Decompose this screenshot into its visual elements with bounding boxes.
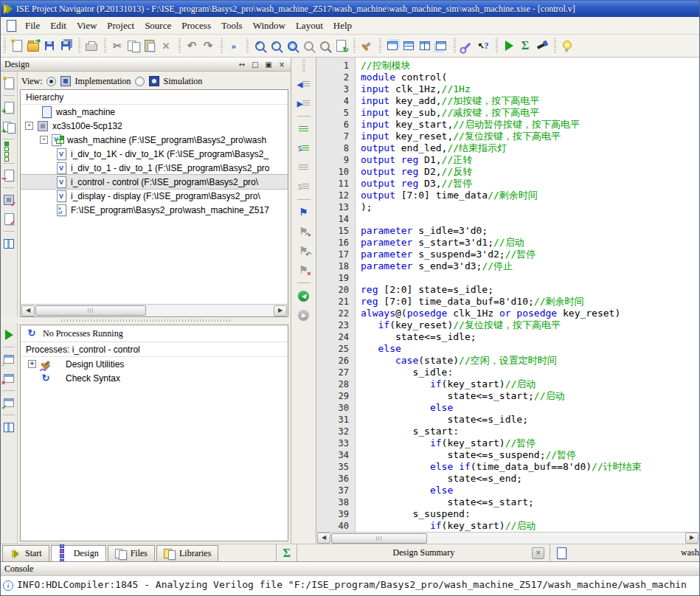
save-all-icon[interactable] (58, 38, 74, 54)
float-panel-button[interactable]: ↔ (237, 60, 247, 69)
nav-forward-icon[interactable]: ▶ (296, 307, 312, 323)
toolbar-handle[interactable] (302, 60, 305, 72)
code-line-4[interactable]: 4input key_add,//加按键，按下高电平 (316, 95, 699, 107)
editor-hscrollbar[interactable]: ◀ ▶ (316, 532, 699, 544)
code-line-36[interactable]: 36 state<=s_end; (316, 473, 699, 485)
implementation-radio[interactable] (46, 77, 56, 86)
undo-gray-icon[interactable]: 5 (296, 179, 312, 195)
paste-icon[interactable] (142, 38, 158, 54)
code-line-18[interactable]: 18parameter s_end=3'd3;//停止 (316, 260, 699, 272)
whats-this-icon[interactable]: ↖? (475, 38, 491, 54)
code-line-14[interactable]: 14 (316, 213, 699, 225)
new-source-icon[interactable]: ✶ (1, 75, 17, 91)
doc-check-icon[interactable]: ✓ (1, 211, 17, 227)
code-line-30[interactable]: 30 else (316, 402, 699, 414)
proc-down-icon[interactable]: ↓ (1, 351, 17, 367)
tab-files[interactable]: Files (108, 545, 155, 561)
code-line-37[interactable]: 37 else (316, 485, 699, 496)
scroll-left-button[interactable]: ◀ (317, 533, 330, 544)
hierarchy-item-i_display[interactable]: Vi_display - display (F:\ISE_program\Bas… (21, 189, 288, 203)
save-icon[interactable] (41, 38, 58, 54)
code-line-9[interactable]: 9output reg D1,//正转 (316, 154, 699, 166)
menu-edit[interactable]: Edit (45, 18, 72, 33)
process-item-design-utilities[interactable]: +Design Utilities (21, 357, 288, 371)
new-icon[interactable]: ✶ (9, 38, 25, 54)
code-line-8[interactable]: 8output end_led,//结束指示灯 (316, 142, 699, 154)
code-line-2[interactable]: 2module control( (316, 72, 699, 83)
maximize-panel-button[interactable]: □ (250, 60, 260, 69)
goto-prev-icon[interactable]: ◀ (296, 76, 312, 92)
tab-libraries[interactable]: Libraries (156, 545, 218, 561)
report-doc-tab[interactable] (550, 544, 572, 561)
code-line-35[interactable]: 35 else if(time_data_buf==8'd0)//计时结束 (316, 461, 699, 473)
code-line-33[interactable]: 33 if(key_start)//暂停 (316, 437, 699, 449)
bookmark-clear-icon[interactable]: ⚑× (296, 262, 312, 278)
menu-file[interactable]: File (20, 18, 45, 33)
code-line-23[interactable]: 23 if(key_reset)//复位按键，按下高电平 (316, 319, 699, 331)
code-line-22[interactable]: 22always@(posedge clk_1Hz or posedge key… (316, 308, 699, 319)
code-line-24[interactable]: 24 state<=s_idle; (316, 331, 699, 343)
hierarchy-item-i_div_to_1[interactable]: Vi_div_to_1 - div_to_1 (F:\ISE_program\B… (21, 161, 288, 175)
menu-window[interactable]: Window (248, 18, 291, 33)
code-line-38[interactable]: 38 state<=s_start; (316, 496, 699, 508)
zoom-off-icon[interactable] (300, 38, 316, 54)
summary-sigma-tab[interactable]: Σ (276, 544, 297, 561)
bookmark-next-icon[interactable]: ⚑↷ (296, 224, 312, 240)
code-line-13[interactable]: 13); (316, 201, 699, 213)
code-line-32[interactable]: 32 s_start: (316, 426, 699, 437)
tab-start[interactable]: Start (2, 545, 49, 561)
chip-check-icon[interactable]: ✓ (1, 192, 17, 208)
hierarchy-item-wash_machine[interactable]: wash_machine (21, 105, 288, 119)
instantiate-icon[interactable] (1, 143, 17, 159)
restore-win-icon[interactable] (433, 38, 449, 54)
expand-box[interactable]: + (28, 360, 36, 368)
cascade-icon[interactable] (384, 38, 401, 54)
hierarchy-item-i_control[interactable]: Vi_control - control (F:\ISE_program\Bas… (21, 175, 288, 189)
code-line-26[interactable]: 26 case(state)//空闲，设置定时时间 (316, 355, 699, 367)
tile-v-icon[interactable] (417, 38, 433, 54)
hierarchy-item-fise_programbasys2_prowash_machine_z517[interactable]: ucfF:\ISE_program\Basys2_pro\wash_machin… (21, 203, 288, 217)
menu-process[interactable]: Process (176, 18, 216, 33)
tile-h-icon[interactable] (401, 38, 417, 54)
proc-x-icon[interactable]: × (1, 370, 17, 387)
design-summary-tab[interactable]: Design Summary × (297, 544, 550, 561)
undo-icon[interactable]: ↶ (184, 38, 200, 54)
run-process-icon[interactable] (1, 327, 17, 343)
menu-layout[interactable]: Layout (291, 18, 328, 33)
nav-back-icon[interactable]: ◀ (296, 288, 312, 304)
delete-icon[interactable]: ✕ (158, 38, 174, 54)
code-line-20[interactable]: 20reg [2:0] state=s_idle; (316, 284, 699, 296)
scroll-right-button[interactable]: ▶ (685, 533, 699, 544)
code-line-19[interactable]: 19 (316, 272, 699, 284)
copy-icon[interactable] (125, 38, 142, 54)
undo-green-icon[interactable]: 5 (296, 140, 312, 156)
hammer-icon[interactable] (358, 38, 375, 54)
hierarchy-hscrollbar[interactable]: ◀ ▶ (21, 304, 288, 316)
find-icon[interactable] (316, 38, 333, 54)
menu-project[interactable]: Project (102, 18, 139, 33)
add-copy-icon[interactable]: + (1, 119, 17, 135)
code-line-16[interactable]: 16parameter s_start=3'd1;//启动 (316, 237, 699, 249)
lines-gray-icon[interactable] (296, 159, 312, 176)
code-line-5[interactable]: 5input key_sub,//减按键，按下高电平 (316, 107, 699, 119)
close-summary-button[interactable]: × (532, 547, 544, 559)
lines-green-icon[interactable] (296, 121, 312, 137)
overflow-icon[interactable]: » (226, 38, 242, 54)
columns-icon[interactable] (1, 235, 17, 252)
goto-next-icon[interactable]: ▶ (296, 95, 312, 111)
columns-icon[interactable] (1, 419, 17, 435)
menu-help[interactable]: Help (328, 18, 357, 33)
bookmark-prev-icon[interactable]: ⚑↶ (296, 243, 312, 259)
open-icon[interactable]: ➜ (25, 38, 41, 54)
summary-icon[interactable]: Σ (517, 38, 533, 54)
wrench-icon[interactable] (459, 38, 475, 54)
add-source-icon[interactable]: + (1, 100, 17, 116)
code-line-31[interactable]: 31 state<=s_idle; (316, 414, 699, 426)
hierarchy-item-i_div_to_1k[interactable]: Vi_div_to_1K - div_to_1K (F:\ISE_program… (21, 147, 288, 161)
scroll-thumb[interactable] (331, 533, 427, 544)
close-panel-button[interactable]: × (277, 60, 287, 69)
code-line-29[interactable]: 29 state<=s_start;//启动 (316, 390, 699, 402)
scroll-right-button[interactable]: ▶ (274, 305, 287, 316)
code-line-40[interactable]: 40 if(key_start)//启动 (316, 520, 699, 532)
editor-tab-wash[interactable]: wash (681, 544, 699, 561)
